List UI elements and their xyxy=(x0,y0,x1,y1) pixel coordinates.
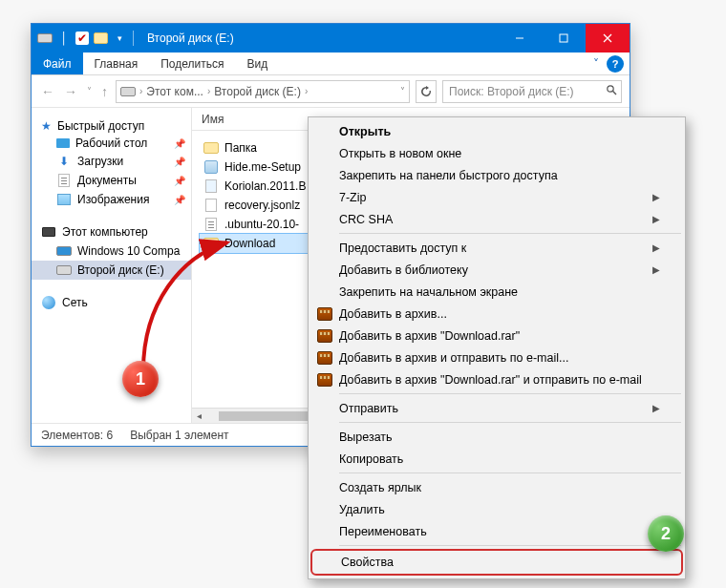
title-bar[interactable]: │ ✔ ▾ Второй диск (E:) xyxy=(32,24,630,52)
downloads-icon: ⬇ xyxy=(56,154,72,169)
help-icon[interactable]: ? xyxy=(607,55,624,73)
ctx-label: Вырезать xyxy=(339,430,393,444)
crumb-thispc[interactable]: Этот ком... xyxy=(146,85,203,98)
rar-icon xyxy=(316,349,333,367)
ctx-properties[interactable]: Свойства xyxy=(310,549,683,576)
ctx-label: Добавить в библиотеку xyxy=(339,263,468,277)
qat-props-icon[interactable]: ✔ xyxy=(75,32,89,45)
ctx-delete[interactable]: Удалить xyxy=(310,498,683,520)
crumb-drive[interactable]: Второй диск (E:) xyxy=(214,85,301,98)
folder-icon xyxy=(93,31,108,46)
ctx-rar-add[interactable]: Добавить в архив... xyxy=(310,303,683,325)
nav-thispc[interactable]: Этот компьютер xyxy=(32,222,191,242)
minimize-button[interactable] xyxy=(498,24,542,52)
nav-back-icon[interactable]: ← xyxy=(39,84,56,99)
ctx-crc-sha[interactable]: CRC SHA▶ xyxy=(310,208,683,230)
network-icon xyxy=(41,295,56,310)
file-name: Koriolan.2011.B xyxy=(224,179,306,193)
ctx-separator xyxy=(339,472,681,473)
status-count: Элементов: 6 xyxy=(41,429,113,442)
ctx-rar-mail-named[interactable]: Добавить в архив "Download.rar" и отправ… xyxy=(310,368,683,390)
tab-file[interactable]: Файл xyxy=(32,52,83,74)
submenu-arrow-icon: ▶ xyxy=(652,242,660,253)
context-menu: Открыть Открыть в новом окне Закрепить н… xyxy=(308,116,686,579)
exe-icon xyxy=(203,159,219,175)
ctx-add-library[interactable]: Добавить в библиотеку▶ xyxy=(310,259,683,281)
refresh-button[interactable] xyxy=(416,80,437,103)
ctx-copy[interactable]: Копировать xyxy=(310,448,683,470)
ctx-label: CRC SHA xyxy=(339,213,393,226)
submenu-arrow-icon: ▶ xyxy=(652,214,660,224)
badge-number: 1 xyxy=(136,369,145,389)
ctx-create-shortcut[interactable]: Создать ярлык xyxy=(310,476,683,498)
titlebar-qat: │ ✔ ▾ xyxy=(32,31,141,46)
pin-icon: 📌 xyxy=(174,176,185,186)
ctx-cut[interactable]: Вырезать xyxy=(310,426,683,448)
nav-label: Рабочий стол xyxy=(75,136,147,150)
ctx-open[interactable]: Открыть xyxy=(310,120,683,142)
ctx-pin-quick-access[interactable]: Закрепить на панели быстрого доступа xyxy=(310,164,683,186)
ctx-label: Добавить в архив "Download.rar" и отправ… xyxy=(339,373,642,387)
nav-second-drive[interactable]: Второй диск (E:) xyxy=(32,261,191,280)
breadcrumb[interactable]: › Этот ком... › Второй диск (E:) › ˅ xyxy=(116,80,410,103)
svg-line-5 xyxy=(613,92,616,94)
tab-view[interactable]: Вид xyxy=(235,52,279,74)
ctx-rename[interactable]: Переименовать xyxy=(310,520,683,542)
nav-network[interactable]: Сеть xyxy=(32,293,191,312)
maximize-button[interactable] xyxy=(542,24,586,52)
ribbon-tabs: Файл Главная Поделиться Вид ˅ ? xyxy=(32,52,630,75)
ctx-label: 7-Zip xyxy=(339,191,366,204)
nav-history-icon[interactable]: ˅ xyxy=(85,86,94,96)
column-label: Имя xyxy=(202,113,224,126)
nav-label: Загрузки xyxy=(77,155,123,168)
qat-overflow-icon[interactable]: ▾ xyxy=(112,31,127,46)
pictures-icon xyxy=(56,192,72,207)
search-icon[interactable] xyxy=(606,84,617,98)
rar-icon xyxy=(316,327,333,345)
address-bar: ← → ˅ ↑ › Этот ком... › Второй диск (E:)… xyxy=(32,75,630,108)
ctx-label: Закрепить на начальном экране xyxy=(339,285,518,299)
scroll-left-icon[interactable]: ◂ xyxy=(192,410,205,421)
nav-documents[interactable]: Документы 📌 xyxy=(32,171,191,190)
chevron-right-icon[interactable]: › xyxy=(139,86,142,96)
nav-label: Изображения xyxy=(77,193,149,206)
nav-win10-drive[interactable]: Windows 10 Compa xyxy=(32,242,191,261)
nav-downloads[interactable]: ⬇ Загрузки 📌 xyxy=(32,152,191,171)
video-icon xyxy=(203,178,219,194)
search-input[interactable]: Поиск: Второй диск (E:) xyxy=(442,80,622,103)
status-selection: Выбран 1 элемент xyxy=(130,429,228,442)
ctx-label: Открыть xyxy=(339,125,391,138)
chevron-right-icon[interactable]: › xyxy=(207,86,210,96)
nav-desktop[interactable]: Рабочий стол 📌 xyxy=(32,135,191,152)
file-name: Папка xyxy=(224,141,257,155)
pin-icon: 📌 xyxy=(174,157,185,167)
ctx-separator xyxy=(339,393,681,394)
close-button[interactable] xyxy=(586,24,630,52)
pin-icon: 📌 xyxy=(174,138,185,149)
tab-share[interactable]: Поделиться xyxy=(149,52,235,74)
ctx-7zip[interactable]: 7-Zip▶ xyxy=(310,186,683,208)
nav-pictures[interactable]: Изображения 📌 xyxy=(32,190,191,209)
star-icon: ★ xyxy=(41,119,52,133)
ribbon-collapse-icon[interactable]: ˅ xyxy=(586,52,607,74)
window-controls xyxy=(498,24,630,52)
ctx-pin-start[interactable]: Закрепить на начальном экране xyxy=(310,281,683,303)
hdd-icon xyxy=(56,243,72,259)
ctx-send-to[interactable]: Отправить▶ xyxy=(310,397,683,419)
ctx-grant-access[interactable]: Предоставить доступ к▶ xyxy=(310,237,683,259)
ctx-rar-mail[interactable]: Добавить в архив и отправить по e-mail..… xyxy=(310,346,683,368)
ctx-open-new-window[interactable]: Открыть в новом окне xyxy=(310,142,683,164)
nav-quick-access[interactable]: ★ Быстрый доступ xyxy=(32,117,191,135)
pc-icon xyxy=(41,224,56,240)
ctx-label: Переименовать xyxy=(339,525,427,538)
svg-point-4 xyxy=(608,86,613,92)
nav-fwd-icon[interactable]: → xyxy=(62,84,79,99)
nav-up-icon[interactable]: ↑ xyxy=(99,84,110,99)
chevron-right-icon[interactable]: › xyxy=(305,86,308,96)
address-dropdown-icon[interactable]: ˅ xyxy=(400,86,405,96)
ctx-rar-add-named[interactable]: Добавить в архив "Download.rar" xyxy=(310,325,683,346)
desktop-icon xyxy=(56,138,70,148)
tab-home[interactable]: Главная xyxy=(83,52,150,74)
ctx-separator xyxy=(339,233,681,234)
file-name: Download xyxy=(224,237,275,250)
